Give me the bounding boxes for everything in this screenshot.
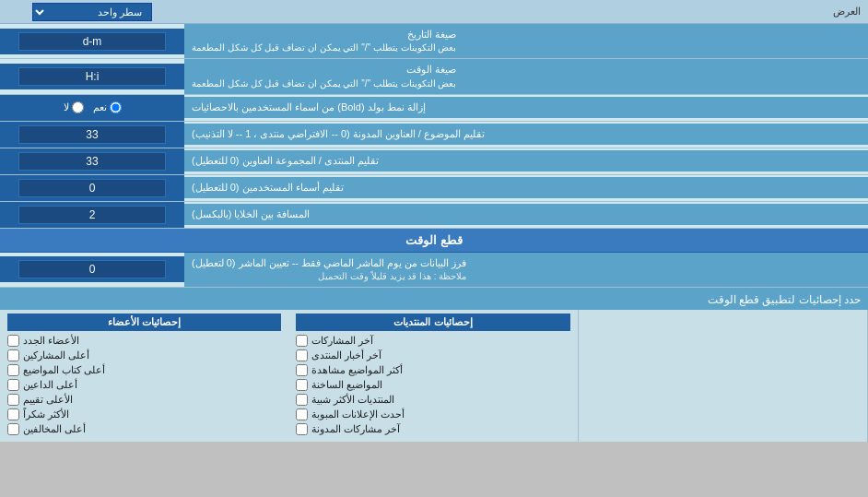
usernames-row: تقليم أسماء المستخدمين (0 للتعطيل) bbox=[0, 175, 868, 202]
forum-stat-6-checkbox[interactable] bbox=[296, 408, 308, 420]
forum-stat-4[interactable]: المواضيع الساخنة bbox=[296, 379, 569, 391]
forum-stat-2[interactable]: آخر أخبار المنتدى bbox=[296, 349, 569, 361]
forum-stat-1[interactable]: آخر المشاركات bbox=[296, 335, 569, 347]
bold-remove-label: إزالة نمط بولد (Bold) من اسماء المستخدمي… bbox=[184, 97, 868, 118]
topic-titles-input-area[interactable] bbox=[0, 122, 184, 148]
member-stat-5-checkbox[interactable] bbox=[7, 394, 19, 406]
topic-titles-input[interactable] bbox=[18, 125, 166, 144]
time-format-input-area[interactable] bbox=[0, 64, 184, 89]
cell-spacing-label: المسافة بين الخلايا (بالبكسل) bbox=[184, 204, 868, 225]
forum-stat-4-checkbox[interactable] bbox=[296, 379, 308, 391]
topic-titles-row: تقليم الموضوع / العناوين المدونة (0 -- ا… bbox=[0, 122, 868, 148]
topic-titles-label: تقليم الموضوع / العناوين المدونة (0 -- ا… bbox=[184, 124, 868, 145]
usernames-label: تقليم أسماء المستخدمين (0 للتعطيل) bbox=[184, 177, 868, 198]
usernames-input-area[interactable] bbox=[0, 175, 184, 201]
forum-stat-7[interactable]: آخر مشاركات المدونة bbox=[296, 423, 569, 435]
member-stat-1-checkbox[interactable] bbox=[7, 335, 19, 347]
cutoff-section-header: قطع الوقت bbox=[0, 229, 868, 253]
time-format-row: صيغة الوقت بعض التكوينات يتطلب "/" التي … bbox=[0, 59, 868, 94]
forum-titles-input-area[interactable] bbox=[0, 148, 184, 174]
bold-no-label[interactable]: لا bbox=[64, 101, 84, 113]
member-stats-header: إحصائيات الأعضاء bbox=[7, 314, 281, 331]
date-format-input[interactable] bbox=[18, 32, 166, 51]
member-stat-4[interactable]: أعلى الداعين bbox=[7, 379, 281, 391]
forum-stat-5-checkbox[interactable] bbox=[296, 394, 308, 406]
cutoff-input-area[interactable] bbox=[0, 256, 184, 282]
date-format-input-area[interactable] bbox=[0, 29, 184, 54]
usernames-input[interactable] bbox=[18, 179, 166, 197]
member-stat-1[interactable]: الأعضاء الجدد bbox=[7, 335, 281, 347]
member-stat-5[interactable]: الأعلى تقييم bbox=[7, 394, 281, 406]
top-label: العرض bbox=[184, 3, 868, 20]
forum-stat-3[interactable]: أكثر المواضيع مشاهدة bbox=[296, 364, 569, 376]
member-stat-2[interactable]: أعلى المشاركين bbox=[7, 349, 281, 361]
bold-yes-radio[interactable] bbox=[110, 101, 122, 113]
display-select[interactable]: سطر واحد سطرين ثلاثة أسطر bbox=[32, 3, 152, 21]
forum-stat-7-checkbox[interactable] bbox=[296, 423, 308, 435]
member-stat-6[interactable]: الأكثر شكراً bbox=[7, 408, 281, 420]
bold-no-radio[interactable] bbox=[72, 101, 84, 113]
forum-titles-label: تقليم المنتدى / المجموعة العناوين (0 للت… bbox=[184, 150, 868, 172]
forum-stat-2-checkbox[interactable] bbox=[296, 349, 308, 361]
stats-col-right bbox=[579, 310, 868, 442]
bold-remove-radio-area[interactable]: نعم لا bbox=[0, 95, 184, 121]
member-stat-3-checkbox[interactable] bbox=[7, 364, 19, 376]
stats-apply-label: حدد إحصائيات لتطبيق قطع الوقت bbox=[0, 290, 868, 310]
forum-titles-row: تقليم المنتدى / المجموعة العناوين (0 للت… bbox=[0, 148, 868, 175]
member-stat-3[interactable]: أعلى كتاب المواضيع bbox=[7, 364, 281, 376]
cutoff-label: فرز البيانات من يوم الماشر الماضي فقط --… bbox=[184, 253, 868, 287]
forum-stat-3-checkbox[interactable] bbox=[296, 364, 308, 376]
forum-titles-input[interactable] bbox=[18, 152, 166, 171]
cutoff-row: فرز البيانات من يوم الماشر الماضي فقط --… bbox=[0, 253, 868, 288]
forum-stat-1-checkbox[interactable] bbox=[296, 335, 308, 347]
forum-stat-5[interactable]: المنتديات الأكثر شبية bbox=[296, 394, 569, 406]
stats-col-forum: إحصائيات المنتديات آخر المشاركات آخر أخب… bbox=[288, 310, 578, 442]
cell-spacing-input[interactable] bbox=[18, 206, 166, 224]
forum-stat-6[interactable]: أحدث الإعلانات المبوبة bbox=[296, 408, 569, 420]
member-stat-2-checkbox[interactable] bbox=[7, 349, 19, 361]
date-format-row: صيغة التاريخ بعض التكوينات يتطلب "/" الت… bbox=[0, 24, 868, 59]
stats-grid: إحصائيات المنتديات آخر المشاركات آخر أخب… bbox=[0, 310, 868, 442]
member-stat-7-checkbox[interactable] bbox=[7, 423, 19, 435]
cell-spacing-input-area[interactable] bbox=[0, 202, 184, 228]
display-select-area[interactable]: سطر واحد سطرين ثلاثة أسطر bbox=[0, 1, 184, 23]
bold-remove-row: إزالة نمط بولد (Bold) من اسماء المستخدمي… bbox=[0, 95, 868, 122]
member-stat-4-checkbox[interactable] bbox=[7, 379, 19, 391]
date-format-label: صيغة التاريخ بعض التكوينات يتطلب "/" الت… bbox=[184, 24, 868, 58]
bold-yes-label[interactable]: نعم bbox=[93, 101, 122, 113]
forum-stats-header: إحصائيات المنتديات bbox=[296, 314, 569, 331]
time-format-input[interactable] bbox=[18, 67, 166, 86]
cell-spacing-row: المسافة بين الخلايا (بالبكسل) bbox=[0, 202, 868, 229]
member-stat-6-checkbox[interactable] bbox=[7, 408, 19, 420]
member-stat-7[interactable]: أعلى المخالفين bbox=[7, 423, 281, 435]
stats-col-member: إحصائيات الأعضاء الأعضاء الجدد أعلى المش… bbox=[0, 310, 288, 442]
cutoff-input[interactable] bbox=[18, 260, 166, 278]
stats-section: حدد إحصائيات لتطبيق قطع الوقت إحصائيات ا… bbox=[0, 288, 868, 442]
time-format-label: صيغة الوقت بعض التكوينات يتطلب "/" التي … bbox=[184, 59, 868, 93]
